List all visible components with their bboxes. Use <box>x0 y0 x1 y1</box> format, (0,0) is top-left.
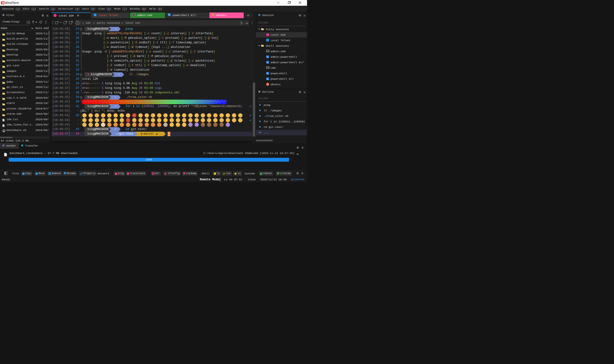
svg-text:C:\: C:\ <box>267 67 269 68</box>
svg-text:C:\: C:\ <box>133 14 135 16</box>
svg-text:C:\: C:\ <box>267 50 269 52</box>
